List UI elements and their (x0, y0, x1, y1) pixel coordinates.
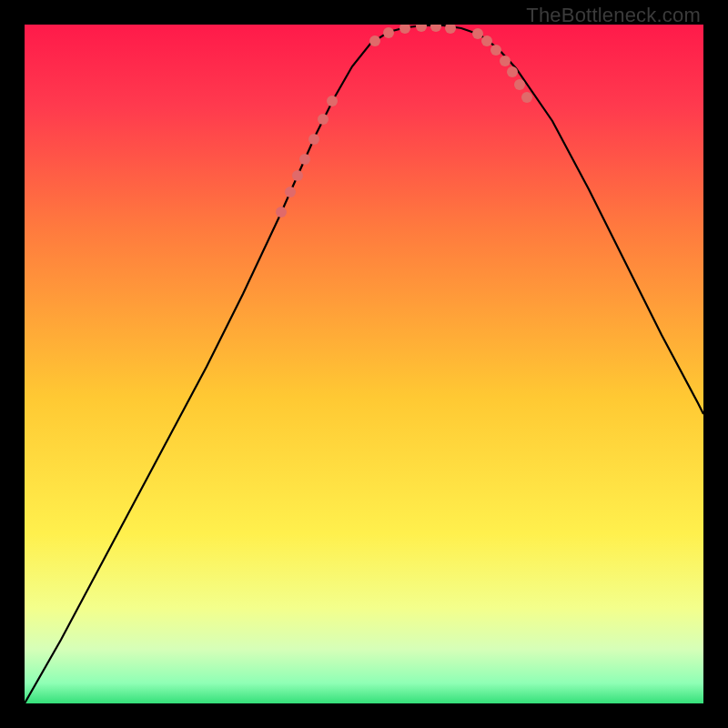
svg-point-15 (481, 35, 492, 46)
plot-area (25, 25, 703, 703)
svg-point-14 (472, 28, 483, 39)
watermark-text: TheBottleneck.com (526, 4, 701, 27)
svg-point-17 (500, 56, 511, 66)
svg-point-9 (383, 27, 394, 38)
svg-point-10 (399, 25, 410, 34)
svg-point-11 (416, 25, 427, 32)
svg-point-4 (299, 154, 310, 165)
svg-point-1 (276, 207, 287, 217)
svg-point-2 (285, 187, 296, 197)
svg-point-20 (521, 92, 532, 103)
svg-point-12 (430, 25, 441, 32)
svg-point-19 (514, 79, 525, 90)
svg-point-3 (292, 170, 303, 181)
svg-point-8 (369, 35, 380, 46)
marker-cluster-right (472, 28, 532, 103)
marker-cluster-left (276, 96, 338, 217)
svg-point-5 (308, 134, 319, 145)
svg-point-18 (507, 66, 518, 77)
bottleneck-curve (25, 25, 703, 703)
svg-point-6 (318, 114, 329, 125)
svg-point-13 (445, 25, 456, 34)
chart-svg (25, 25, 703, 703)
svg-point-16 (490, 45, 501, 56)
svg-point-7 (327, 96, 338, 106)
